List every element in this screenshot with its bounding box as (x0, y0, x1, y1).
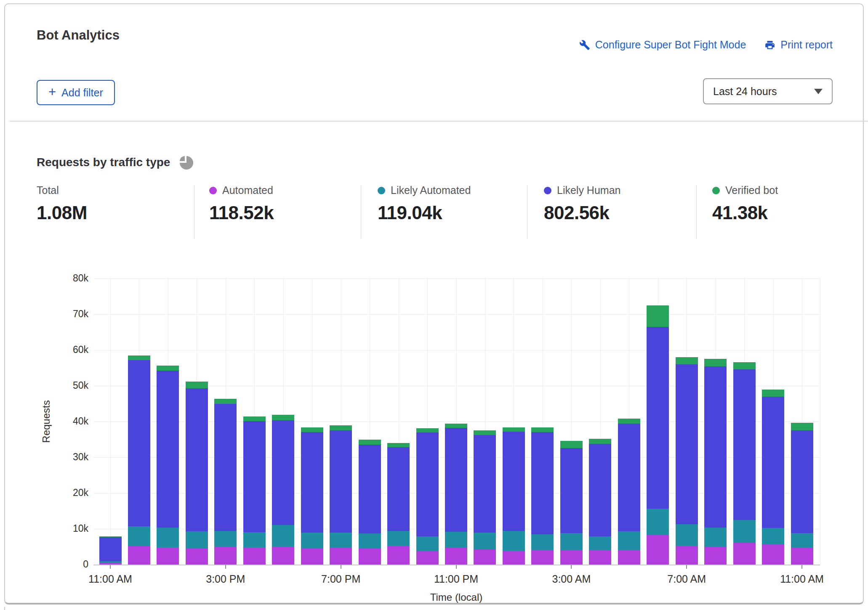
bar-column[interactable] (243, 276, 266, 565)
bar-segment-automated (560, 550, 583, 565)
bar-column[interactable] (157, 276, 179, 565)
bar-column[interactable] (704, 276, 727, 565)
bar-segment-likely-human (704, 366, 727, 528)
bar-column[interactable] (272, 276, 294, 565)
verified-bot-dot (712, 187, 720, 194)
bar-segment-verified-bot (214, 399, 237, 404)
bar-column[interactable] (676, 276, 698, 565)
bar-segment-likely-human (387, 447, 410, 531)
plot-area (93, 276, 822, 565)
y-tick-label: 0 (51, 559, 88, 570)
bar-column[interactable] (99, 276, 122, 565)
bar-segment-verified-bot (128, 355, 150, 360)
bar-column[interactable] (733, 276, 756, 565)
bar-column[interactable] (445, 276, 467, 565)
gridline-v (820, 278, 820, 565)
bar-column[interactable] (531, 276, 554, 565)
add-filter-button[interactable]: + Add filter (37, 80, 115, 105)
bar-column[interactable] (214, 276, 237, 565)
bar-column[interactable] (647, 276, 669, 565)
bar-column[interactable] (618, 276, 640, 565)
stat-total-label: Total (37, 184, 59, 196)
bar-segment-verified-bot (157, 366, 179, 371)
bar-segment-automated (733, 543, 756, 565)
pie-chart-icon (178, 154, 194, 171)
bar-segment-likely-automated (157, 528, 179, 547)
x-tick (686, 565, 687, 569)
bar-segment-likely-automated (474, 533, 496, 550)
bar-segment-likely-automated (272, 525, 294, 547)
stat-verified-bot[interactable]: Verified bot 41.38k (712, 184, 778, 223)
bar-segment-verified-bot (618, 419, 640, 424)
bar-column[interactable] (359, 276, 381, 565)
bar-segment-verified-bot (301, 427, 323, 432)
y-tick-label: 20k (51, 487, 88, 499)
stat-likely-automated[interactable]: Likely Automated 119.04k (378, 184, 471, 223)
bar-segment-automated (157, 547, 179, 565)
bar-segment-automated (214, 547, 237, 565)
bar-segment-likely-human (99, 537, 122, 561)
bar-segment-verified-bot (416, 428, 439, 432)
bar-column[interactable] (474, 276, 496, 565)
likely-automated-dot (378, 187, 385, 194)
bar-segment-likely-human (128, 360, 150, 526)
stat-divider (194, 185, 194, 239)
bar-column[interactable] (791, 276, 813, 565)
stat-total-value: 1.08M (37, 202, 87, 223)
bar-column[interactable] (762, 276, 784, 565)
time-range-select[interactable]: Last 24 hours (703, 78, 833, 104)
bar-column[interactable] (560, 276, 583, 565)
stat-automated[interactable]: Automated 118.52k (209, 184, 274, 223)
bar-segment-verified-bot (733, 362, 756, 369)
stats-row: Total 1.08M Automated 118.52k Likely Aut… (5, 184, 868, 240)
bar-segment-verified-bot (186, 382, 208, 388)
print-report-link[interactable]: Print report (764, 39, 833, 51)
bar-segment-likely-human (676, 364, 698, 524)
bar-segment-automated (676, 546, 698, 565)
bar-segment-likely-automated (243, 532, 266, 548)
bar-segment-automated (762, 544, 784, 565)
bar-segment-verified-bot (387, 443, 410, 447)
bar-column[interactable] (128, 276, 150, 565)
configure-sbfm-link[interactable]: Configure Super Bot Fight Mode (579, 39, 746, 51)
stat-likely-automated-value: 119.04k (378, 202, 471, 223)
bar-segment-likely-automated (618, 531, 640, 550)
header-links: Configure Super Bot Fight Mode Print rep… (579, 39, 833, 51)
x-tick-label: 11:00 AM (68, 573, 152, 585)
bar-segment-verified-bot (445, 424, 467, 428)
bar-segment-likely-automated (186, 531, 208, 548)
bar-column[interactable] (416, 276, 439, 565)
x-tick-label: 11:00 PM (414, 573, 498, 585)
bar-column[interactable] (186, 276, 208, 565)
x-tick-label: 3:00 PM (184, 573, 268, 585)
bar-segment-verified-bot (762, 390, 784, 397)
bar-segment-automated (243, 547, 266, 565)
bar-segment-likely-automated (445, 532, 467, 548)
bar-segment-automated (704, 547, 727, 565)
page-title: Bot Analytics (37, 28, 120, 43)
bar-segment-likely-automated (387, 531, 410, 546)
bar-segment-verified-bot (330, 425, 352, 431)
bar-column[interactable] (330, 276, 352, 565)
bar-segment-verified-bot (676, 357, 698, 364)
section-title-row: Requests by traffic type (37, 154, 194, 171)
bar-column[interactable] (589, 276, 611, 565)
x-tick (110, 565, 111, 569)
y-tick-label: 60k (51, 344, 88, 355)
bot-analytics-card: Bot Analytics Configure Super Bot Fight … (4, 3, 864, 605)
bar-segment-likely-automated (762, 528, 784, 544)
bar-segment-automated (589, 550, 611, 565)
automated-dot (209, 187, 217, 194)
stat-automated-label: Automated (222, 184, 273, 196)
bar-segment-likely-human (762, 397, 784, 528)
bar-column[interactable] (301, 276, 323, 565)
bar-segment-likely-human (157, 371, 179, 528)
bar-segment-likely-human (445, 428, 467, 532)
bar-column[interactable] (503, 276, 525, 565)
bar-segment-verified-bot (531, 427, 554, 432)
stat-likely-human[interactable]: Likely Human 802.56k (544, 184, 620, 223)
bar-column[interactable] (387, 276, 410, 565)
bar-segment-likely-human (647, 327, 669, 509)
bar-segment-automated (301, 549, 323, 565)
y-tick-label: 50k (51, 380, 88, 391)
